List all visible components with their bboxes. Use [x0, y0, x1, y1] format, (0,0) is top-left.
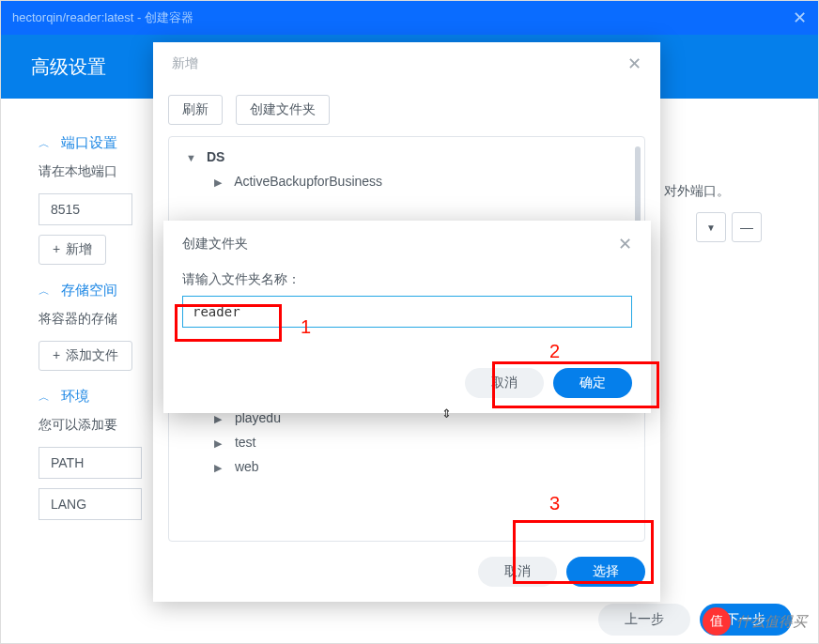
- section-volume-title: 存储空间: [61, 282, 117, 298]
- page-title: 高级设置: [31, 54, 106, 80]
- protocol-dropdown[interactable]: ▼: [696, 212, 726, 242]
- folder-name-label: 请输入文件夹名称：: [182, 271, 632, 288]
- chevron-up-icon: ︿: [39, 137, 50, 150]
- section-env-title: 环境: [61, 388, 89, 404]
- env-row-key[interactable]: LANG: [39, 488, 142, 520]
- cancel-button[interactable]: 取消: [465, 368, 544, 398]
- tree-item[interactable]: ▶ test: [169, 430, 644, 454]
- window-close-icon[interactable]: ✕: [793, 8, 807, 28]
- new-folder-button[interactable]: 创建文件夹: [236, 95, 330, 125]
- tree-item-label: web: [235, 459, 259, 474]
- prev-step-button[interactable]: 上一步: [598, 604, 690, 636]
- port-desc-right: 对外端口。: [664, 183, 730, 200]
- window-title: hectorqin/reader:latest - 创建容器: [12, 9, 193, 26]
- folder-browser-title: 新增: [172, 55, 198, 72]
- tree-item-label: test: [235, 435, 256, 450]
- watermark-badge-icon: 值: [703, 607, 731, 636]
- local-port-input[interactable]: 8515: [39, 193, 132, 225]
- tree-root[interactable]: ▼ DS: [169, 145, 644, 169]
- create-folder-modal: 创建文件夹 ✕ 请输入文件夹名称： 取消 确定 ⇕: [163, 221, 651, 413]
- window-titlebar: hectorqin/reader:latest - 创建容器 ✕: [1, 1, 818, 35]
- caret-right-icon: ▶: [214, 176, 224, 189]
- wizard-footer: 上一步 下一步: [1, 596, 818, 643]
- add-port-button[interactable]: 新增: [39, 235, 106, 265]
- refresh-button[interactable]: 刷新: [168, 95, 223, 125]
- caret-right-icon: ▶: [214, 413, 224, 425]
- env-row-key[interactable]: PATH: [39, 447, 142, 479]
- caret-right-icon: ▶: [214, 462, 224, 474]
- ok-button[interactable]: 确定: [553, 368, 632, 398]
- cancel-button[interactable]: 取消: [478, 557, 557, 587]
- resize-cursor-icon: ⇕: [441, 406, 452, 421]
- section-port-title: 端口设置: [61, 134, 117, 150]
- watermark-text: 什么值得买: [736, 613, 807, 631]
- caret-down-icon: ▼: [186, 152, 195, 163]
- folder-name-input[interactable]: [182, 296, 632, 328]
- close-icon[interactable]: ✕: [618, 234, 632, 254]
- caret-right-icon: ▶: [214, 437, 224, 450]
- tree-item[interactable]: ▶ ActiveBackupforBusiness: [169, 169, 644, 193]
- select-button[interactable]: 选择: [566, 557, 645, 587]
- tree-root-label: DS: [207, 149, 224, 164]
- chevron-down-icon: ▼: [706, 222, 716, 233]
- remove-port-button[interactable]: —: [732, 212, 762, 242]
- chevron-up-icon: ︿: [39, 284, 50, 298]
- tree-item-label: ActiveBackupforBusiness: [234, 174, 382, 189]
- create-folder-title: 创建文件夹: [182, 236, 248, 253]
- add-file-button[interactable]: 添加文件: [39, 341, 132, 371]
- tree-item[interactable]: ▶ web: [169, 454, 644, 479]
- close-icon[interactable]: ✕: [627, 54, 641, 74]
- chevron-up-icon: ︿: [39, 391, 50, 404]
- watermark: 值 什么值得买: [703, 607, 807, 636]
